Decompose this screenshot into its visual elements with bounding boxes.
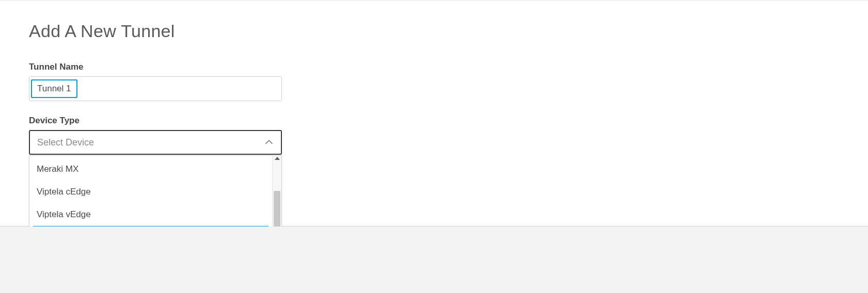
tunnel-name-label: Tunnel Name [29,62,839,72]
device-type-select-wrap: Select Device Meraki MX Viptela cEdge Vi… [29,130,282,155]
scroll-up-icon[interactable] [275,157,280,160]
device-type-label: Device Type [29,116,839,126]
field-tunnel-name: Tunnel Name Tunnel 1 [29,62,839,101]
chevron-up-icon [264,138,274,147]
device-type-placeholder: Select Device [37,137,94,148]
field-device-type: Device Type Select Device Meraki MX Vipt… [29,116,839,155]
dropdown-option[interactable]: Viptela cEdge [29,181,272,203]
scrollbar[interactable] [272,156,281,226]
scroll-thumb[interactable] [274,191,280,226]
add-tunnel-panel: Add A New Tunnel Tunnel Name Tunnel 1 De… [0,0,868,226]
page-title: Add A New Tunnel [29,21,839,41]
tunnel-name-value: Tunnel 1 [31,79,77,98]
dropdown-option[interactable]: Viptela vEdge [29,203,272,226]
device-type-select[interactable]: Select Device [29,130,282,155]
device-type-dropdown: Meraki MX Viptela cEdge Viptela vEdge Ot… [29,155,282,226]
tunnel-name-input[interactable]: Tunnel 1 [29,76,282,101]
dropdown-options-list: Meraki MX Viptela cEdge Viptela vEdge Ot… [29,156,272,226]
dropdown-option-highlighted[interactable]: Other [33,226,269,226]
dropdown-option[interactable]: Meraki MX [29,158,272,181]
scroll-track[interactable] [273,161,281,226]
